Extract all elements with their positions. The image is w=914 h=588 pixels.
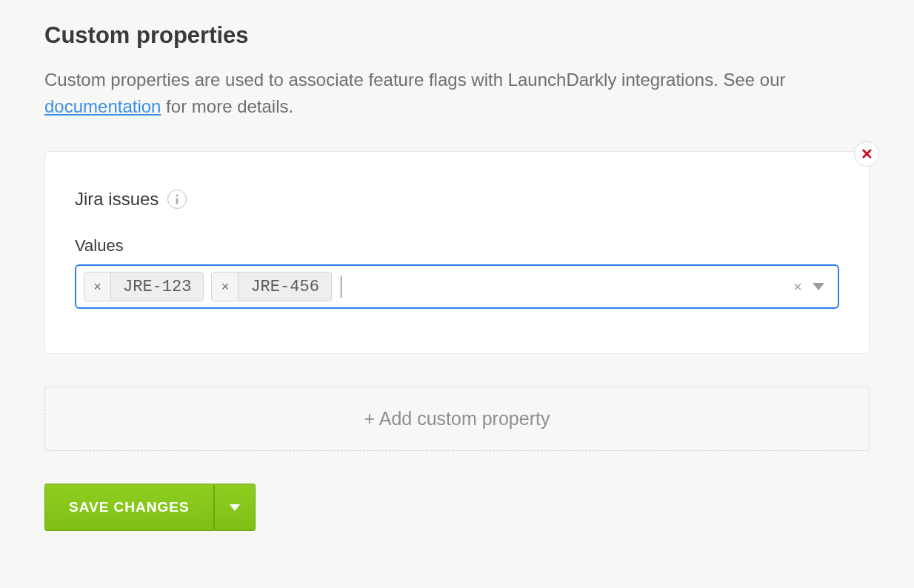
values-label: Values xyxy=(75,236,839,255)
section-title: Custom properties xyxy=(44,22,870,49)
svg-point-0 xyxy=(176,194,179,196)
tag-label: JRE-456 xyxy=(238,273,330,301)
card-title: Jira issues xyxy=(75,189,159,210)
tag-label: JRE-123 xyxy=(111,273,203,301)
documentation-link[interactable]: documentation xyxy=(44,96,161,116)
clear-all-button[interactable]: × xyxy=(793,278,802,295)
remove-card-button[interactable]: ✕ xyxy=(854,141,879,167)
text-cursor xyxy=(341,275,342,298)
tag-item: × JRE-456 xyxy=(211,272,331,301)
save-button-group: SAVE CHANGES xyxy=(44,484,256,531)
chevron-down-icon xyxy=(230,504,240,511)
description-text-pre: Custom properties are used to associate … xyxy=(44,70,786,90)
values-input[interactable]: × JRE-123 × JRE-456 × xyxy=(75,264,839,309)
svg-rect-1 xyxy=(176,198,179,204)
save-dropdown-button[interactable] xyxy=(214,484,256,531)
close-icon: ✕ xyxy=(861,147,873,161)
description-text-post: for more details. xyxy=(161,96,293,116)
dropdown-caret-icon[interactable] xyxy=(813,283,824,290)
save-changes-button[interactable]: SAVE CHANGES xyxy=(44,484,214,531)
section-description: Custom properties are used to associate … xyxy=(44,67,870,120)
add-custom-property-button[interactable]: + Add custom property xyxy=(44,387,870,451)
remove-tag-button[interactable]: × xyxy=(84,273,111,301)
info-icon[interactable] xyxy=(167,190,187,209)
custom-property-card: ✕ Jira issues Values × JRE-123 × JRE-456 xyxy=(44,151,870,354)
remove-tag-button[interactable]: × xyxy=(212,273,238,301)
tag-item: × JRE-123 xyxy=(84,272,204,301)
